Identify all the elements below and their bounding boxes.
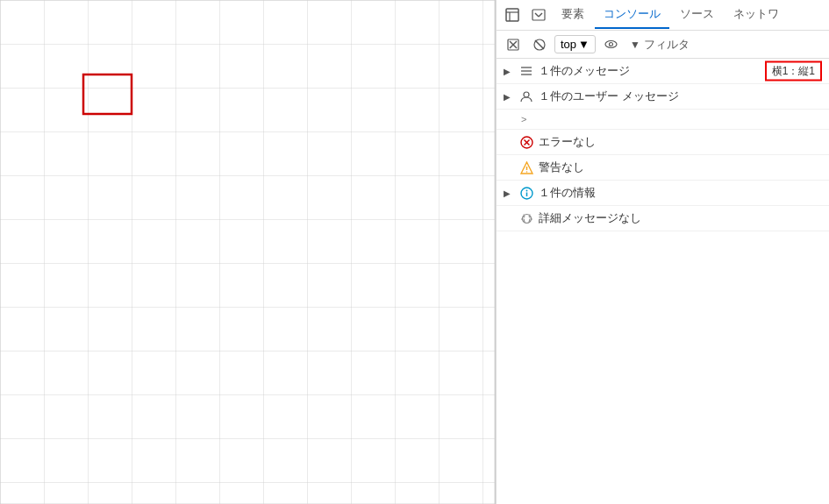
svg-point-25 bbox=[525, 171, 527, 173]
filter-label: フィルタ bbox=[644, 37, 690, 53]
canvas-panel bbox=[0, 0, 496, 504]
warning-icon bbox=[519, 160, 533, 174]
debug-text: 詳細メッセージなし bbox=[539, 210, 822, 226]
clear-console-button[interactable] bbox=[502, 36, 525, 53]
debug-item[interactable]: ▶ 詳細メッセージなし bbox=[497, 206, 829, 231]
inspector-icon[interactable] bbox=[500, 4, 525, 25]
top-label: top bbox=[561, 38, 576, 51]
svg-point-14 bbox=[605, 41, 617, 48]
dropdown-arrow-icon: ▼ bbox=[578, 38, 590, 51]
svg-point-30 bbox=[523, 216, 525, 217]
errors-text: エラーなし bbox=[539, 134, 822, 150]
tab-elements[interactable]: 要素 bbox=[553, 1, 593, 29]
svg-point-15 bbox=[609, 43, 612, 46]
user-messages-sub-item[interactable]: > bbox=[497, 110, 829, 130]
console-content: ▶ １件のメッセージ 横1：縦1 ▶ １件のユーザー メッセージ bbox=[497, 59, 829, 504]
info-icon bbox=[519, 186, 533, 200]
svg-point-31 bbox=[528, 216, 530, 217]
dimension-badge: 横1：縦1 bbox=[765, 61, 822, 82]
user-messages-item[interactable]: ▶ １件のユーザー メッセージ bbox=[497, 84, 829, 110]
tab-source[interactable]: ソース bbox=[671, 1, 723, 29]
user-messages-arrow: ▶ bbox=[504, 92, 514, 102]
svg-rect-3 bbox=[506, 9, 518, 21]
console-sidebar-icon[interactable] bbox=[526, 4, 551, 25]
messages-item[interactable]: ▶ １件のメッセージ 横1：縦1 bbox=[497, 59, 829, 84]
filter-icon: ▼ bbox=[630, 39, 640, 51]
toolbar-row: top ▼ ▼ フィルタ bbox=[497, 31, 829, 59]
svg-point-28 bbox=[525, 189, 527, 191]
svg-line-8 bbox=[539, 13, 542, 17]
eye-button[interactable] bbox=[599, 35, 623, 53]
messages-arrow: ▶ bbox=[504, 67, 514, 76]
list-icon bbox=[519, 64, 533, 78]
filter-section: ▼ フィルタ bbox=[630, 37, 824, 53]
warnings-text: 警告なし bbox=[539, 160, 822, 175]
warnings-item[interactable]: ▶ 警告なし bbox=[497, 155, 829, 181]
disable-cache-button[interactable] bbox=[528, 36, 551, 53]
info-arrow: ▶ bbox=[504, 188, 514, 198]
info-item[interactable]: ▶ １件の情報 bbox=[497, 181, 829, 206]
debug-icon bbox=[519, 211, 533, 225]
user-icon bbox=[519, 89, 533, 103]
errors-item[interactable]: ▶ エラーなし bbox=[497, 130, 829, 155]
svg-line-7 bbox=[535, 13, 539, 17]
context-dropdown[interactable]: top ▼ bbox=[554, 35, 596, 53]
tab-network[interactable]: ネットワ bbox=[725, 1, 788, 29]
tab-console[interactable]: コンソール bbox=[595, 1, 669, 29]
user-messages-text: １件のユーザー メッセージ bbox=[539, 89, 822, 104]
info-text: １件の情報 bbox=[539, 185, 822, 201]
svg-rect-0 bbox=[0, 0, 495, 504]
svg-line-13 bbox=[535, 40, 544, 49]
sub-chevron: > bbox=[521, 114, 822, 124]
svg-rect-6 bbox=[532, 10, 545, 20]
grid-canvas bbox=[0, 0, 495, 504]
tab-bar: 要素 コンソール ソース ネットワ bbox=[497, 0, 829, 31]
devtools-panel: 要素 コンソール ソース ネットワ top ▼ bbox=[496, 0, 829, 504]
grid-svg bbox=[0, 0, 495, 504]
error-icon bbox=[519, 135, 533, 149]
svg-point-19 bbox=[524, 92, 529, 97]
